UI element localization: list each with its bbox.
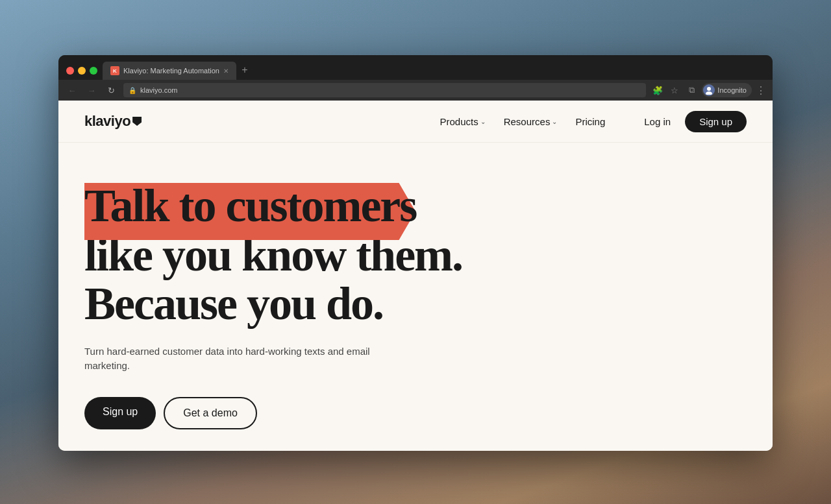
nav-actions: Log in Sign up (638, 111, 747, 132)
signup-nav-button[interactable]: Sign up (685, 111, 747, 132)
hero-buttons: Sign up Get a demo (84, 397, 747, 429)
address-bar[interactable]: 🔒 klaviyo.com (123, 83, 646, 97)
nav-pricing[interactable]: Pricing (569, 112, 612, 131)
forward-icon: → (88, 86, 96, 95)
nav-resources[interactable]: Resources ⌄ (497, 112, 564, 131)
logo-mark (132, 117, 142, 126)
products-chevron-icon: ⌄ (480, 118, 486, 125)
svg-point-0 (707, 87, 711, 91)
hero-highlight-wrapper: Talk to customers (84, 182, 416, 231)
nav-links: Products ⌄ Resources ⌄ Pricing (433, 112, 612, 131)
browser-window: K Klaviyo: Marketing Automation ✕ + ← → … (58, 55, 773, 451)
browser-chrome: K Klaviyo: Marketing Automation ✕ + ← → … (58, 55, 773, 101)
svg-point-1 (706, 91, 712, 95)
browser-tab-bar: K Klaviyo: Marketing Automation ✕ + (58, 55, 773, 80)
hero-highlighted-text: Talk to customers (84, 180, 416, 232)
login-button[interactable]: Log in (638, 112, 677, 131)
profile-label: Incognito (717, 86, 747, 94)
resources-chevron-icon: ⌄ (552, 118, 557, 125)
tab-title: Klaviyo: Marketing Automation (123, 67, 219, 75)
back-button[interactable]: ← (65, 83, 79, 97)
logo-text: klaviyo (84, 113, 130, 130)
nav-products[interactable]: Products ⌄ (433, 112, 491, 131)
tab-manager-button[interactable]: ⧉ (685, 84, 698, 97)
back-icon: ← (68, 86, 77, 95)
lock-icon: 🔒 (129, 87, 136, 94)
site-logo[interactable]: klaviyo (84, 113, 142, 130)
forward-button[interactable]: → (84, 83, 99, 97)
traffic-lights (64, 67, 103, 80)
tab-close-button[interactable]: ✕ (223, 67, 229, 75)
maximize-window-button[interactable] (90, 67, 97, 75)
site-navbar: klaviyo Products ⌄ Resources ⌄ Pricing L… (58, 101, 773, 143)
active-tab[interactable]: K Klaviyo: Marketing Automation ✕ (103, 62, 236, 80)
refresh-button[interactable]: ↻ (104, 83, 118, 97)
tab-favicon: K (110, 66, 119, 75)
browser-menu-button[interactable]: ⋮ (756, 84, 766, 97)
toolbar-right: 🧩 ☆ ⧉ Incognito ⋮ (651, 83, 766, 97)
hero-subtext: Turn hard-earned customer data into hard… (84, 344, 409, 374)
extensions-button[interactable]: 🧩 (651, 84, 664, 97)
hero-heading: Talk to customers like you know them. Be… (84, 182, 747, 329)
browser-toolbar: ← → ↻ 🔒 klaviyo.com 🧩 ☆ ⧉ (58, 80, 773, 101)
profile-button[interactable]: Incognito (702, 83, 752, 97)
bookmark-button[interactable]: ☆ (668, 84, 681, 97)
hero-demo-button[interactable]: Get a demo (164, 397, 257, 429)
new-tab-button[interactable]: + (236, 63, 253, 80)
hero-signup-button[interactable]: Sign up (84, 397, 156, 429)
avatar (703, 84, 715, 96)
hero-section: Talk to customers like you know them. Be… (58, 143, 773, 451)
close-window-button[interactable] (66, 67, 74, 75)
refresh-icon: ↻ (108, 86, 115, 95)
hero-line3: Because you do. (84, 278, 383, 330)
address-text: klaviyo.com (140, 86, 177, 94)
website-content: klaviyo Products ⌄ Resources ⌄ Pricing L… (58, 101, 773, 451)
minimize-window-button[interactable] (78, 67, 86, 75)
